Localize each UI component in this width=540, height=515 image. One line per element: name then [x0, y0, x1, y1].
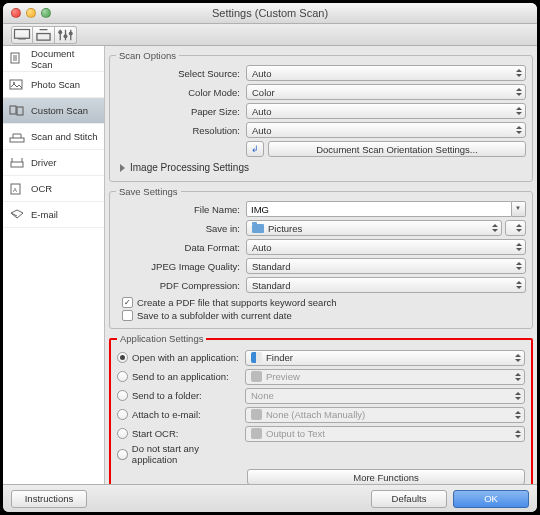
toolbar-scan-from-panel-icon[interactable]	[33, 26, 55, 44]
text-icon	[251, 428, 262, 439]
svg-rect-16	[10, 106, 16, 114]
send-folder-dropdown[interactable]: None	[245, 388, 525, 404]
attach-email-dropdown[interactable]: None (Attach Manually)	[245, 407, 525, 423]
svg-text:A: A	[13, 187, 17, 193]
triangle-right-icon	[120, 164, 125, 172]
content-pane: Scan Options Select Source:Auto Color Mo…	[105, 46, 537, 484]
sidebar-item-photo-scan[interactable]: Photo Scan	[3, 72, 104, 98]
attach-email-radio[interactable]	[117, 409, 128, 420]
paper-size-label: Paper Size:	[116, 106, 246, 117]
svg-rect-17	[17, 107, 23, 115]
open-with-label: Open with an application:	[132, 352, 239, 363]
sidebar-item-document-scan[interactable]: Document Scan	[3, 46, 104, 72]
photo-icon	[9, 78, 25, 92]
pdf-compression-dropdown[interactable]: Standard	[246, 277, 526, 293]
sidebar-item-email[interactable]: E-mail	[3, 202, 104, 228]
send-app-label: Send to an application:	[132, 371, 229, 382]
svg-rect-18	[10, 138, 24, 142]
zoom-icon[interactable]	[41, 8, 51, 18]
orientation-reset-icon[interactable]: ↲	[246, 141, 264, 157]
no-start-radio[interactable]	[117, 449, 128, 460]
svg-rect-14	[10, 80, 22, 89]
svg-rect-2	[37, 33, 50, 40]
sidebar-item-label: Driver	[31, 157, 56, 168]
custom-icon	[9, 104, 25, 118]
data-format-label: Data Format:	[116, 242, 246, 253]
email-icon	[9, 208, 25, 222]
create-pdf-label: Create a PDF file that supports keyword …	[137, 297, 337, 308]
sidebar-item-label: Scan and Stitch	[31, 131, 98, 142]
folder-icon	[252, 224, 264, 233]
select-source-label: Select Source:	[116, 68, 246, 79]
finder-icon	[251, 352, 262, 363]
toolbar	[3, 24, 537, 46]
open-with-radio[interactable]	[117, 352, 128, 363]
start-ocr-label: Start OCR:	[132, 428, 178, 439]
sidebar-item-custom-scan[interactable]: Custom Scan	[3, 98, 104, 124]
close-icon[interactable]	[11, 8, 21, 18]
send-app-dropdown[interactable]: Preview	[245, 369, 525, 385]
application-settings-legend: Application Settings	[117, 333, 206, 344]
sidebar: Document Scan Photo Scan Custom Scan Sca…	[3, 46, 105, 484]
start-ocr-dropdown[interactable]: Output to Text	[245, 426, 525, 442]
svg-point-7	[58, 30, 62, 34]
color-mode-label: Color Mode:	[116, 87, 246, 98]
resolution-dropdown[interactable]: Auto	[246, 122, 526, 138]
jpeg-quality-label: JPEG Image Quality:	[116, 261, 246, 272]
sidebar-item-label: Custom Scan	[31, 105, 88, 116]
toolbar-scan-from-pc-icon[interactable]	[11, 26, 33, 44]
svg-rect-0	[15, 30, 30, 39]
toolbar-general-icon[interactable]	[55, 26, 77, 44]
start-ocr-radio[interactable]	[117, 428, 128, 439]
more-functions-button[interactable]: More Functions	[247, 469, 525, 484]
save-subfolder-label: Save to a subfolder with current date	[137, 310, 292, 321]
select-source-dropdown[interactable]: Auto	[246, 65, 526, 81]
sidebar-item-label: E-mail	[31, 209, 58, 220]
file-name-input[interactable]	[246, 201, 512, 217]
resolution-label: Resolution:	[116, 125, 246, 136]
data-format-dropdown[interactable]: Auto	[246, 239, 526, 255]
orientation-settings-button[interactable]: Document Scan Orientation Settings...	[268, 141, 526, 157]
save-subfolder-checkbox[interactable]	[122, 310, 133, 321]
application-settings-group: Application Settings Open with an applic…	[109, 333, 533, 484]
window-title: Settings (Custom Scan)	[3, 7, 537, 19]
sidebar-item-driver[interactable]: Driver	[3, 150, 104, 176]
attach-email-label: Attach to e-mail:	[132, 409, 201, 420]
paper-size-dropdown[interactable]: Auto	[246, 103, 526, 119]
sidebar-item-ocr[interactable]: AOCR	[3, 176, 104, 202]
sidebar-item-label: OCR	[31, 183, 52, 194]
save-settings-group: Save Settings File Name: Save in:Picture…	[109, 186, 533, 329]
send-app-radio[interactable]	[117, 371, 128, 382]
image-processing-disclosure[interactable]: Image Processing Settings	[116, 160, 526, 175]
driver-icon	[9, 156, 25, 170]
scan-options-legend: Scan Options	[116, 50, 179, 61]
send-folder-radio[interactable]	[117, 390, 128, 401]
image-processing-label: Image Processing Settings	[130, 162, 249, 173]
minimize-icon[interactable]	[26, 8, 36, 18]
svg-rect-1	[18, 38, 26, 39]
titlebar: Settings (Custom Scan)	[3, 3, 537, 24]
save-in-dropdown[interactable]: Pictures	[246, 220, 502, 236]
sidebar-item-scan-stitch[interactable]: Scan and Stitch	[3, 124, 104, 150]
settings-window: Settings (Custom Scan) Document Scan Pho…	[3, 3, 537, 512]
ok-button[interactable]: OK	[453, 490, 529, 508]
color-mode-dropdown[interactable]: Color	[246, 84, 526, 100]
open-with-dropdown[interactable]: Finder	[245, 350, 525, 366]
save-settings-legend: Save Settings	[116, 186, 181, 197]
jpeg-quality-dropdown[interactable]: Standard	[246, 258, 526, 274]
preview-icon	[251, 371, 262, 382]
mail-icon	[251, 409, 262, 420]
file-name-history-button[interactable]	[512, 201, 526, 217]
footer: Instructions Defaults OK	[3, 484, 537, 512]
ocr-icon: A	[9, 182, 25, 196]
save-in-format-dropdown[interactable]	[505, 220, 526, 236]
create-pdf-checkbox[interactable]	[122, 297, 133, 308]
svg-rect-19	[11, 162, 23, 167]
scan-options-group: Scan Options Select Source:Auto Color Mo…	[109, 50, 533, 182]
save-in-label: Save in:	[116, 223, 246, 234]
sidebar-item-label: Document Scan	[31, 48, 98, 70]
instructions-button[interactable]: Instructions	[11, 490, 87, 508]
svg-point-9	[69, 31, 73, 35]
send-folder-label: Send to a folder:	[132, 390, 202, 401]
defaults-button[interactable]: Defaults	[371, 490, 447, 508]
